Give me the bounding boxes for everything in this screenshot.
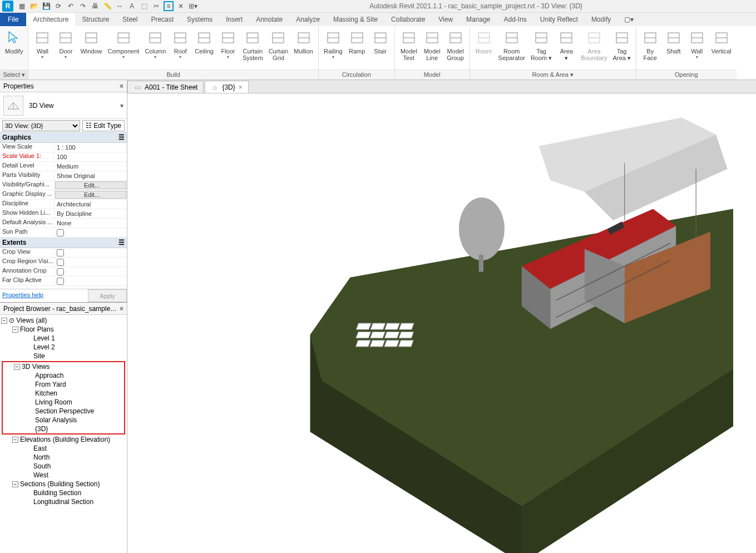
build-ceiling-button[interactable]: Ceiling <box>192 28 216 56</box>
tree-fp-level-1[interactable]: Level 1 <box>1 334 126 343</box>
tab-modify[interactable]: Modify <box>585 13 617 26</box>
qat-redo-icon[interactable]: ↷ <box>78 1 88 11</box>
prop-graphic-display-[interactable]: Graphic Display ...Edit... <box>0 190 127 200</box>
opening-by-face-button[interactable]: ByFace <box>639 28 662 62</box>
opening-wall-button[interactable]: Wall▾ <box>685 28 709 61</box>
section-extents[interactable]: Extents☰ <box>0 238 127 248</box>
circulation-ramp-button[interactable]: Ramp <box>345 28 369 56</box>
roomarea-area--button[interactable]: Area▾ <box>555 28 578 62</box>
modify-button[interactable]: Modify <box>2 28 26 56</box>
circulation-stair-button[interactable]: Stair <box>369 28 392 56</box>
checkbox[interactable] <box>57 229 64 236</box>
qat-dim-icon[interactable]: ↔ <box>115 1 125 11</box>
qat-measure-icon[interactable]: 📏 <box>102 1 112 11</box>
qat-sync-icon[interactable]: ⟳ <box>53 1 63 11</box>
tree-3d--3d-[interactable]: {3D} <box>3 424 124 433</box>
qat-section-icon[interactable]: ✂ <box>151 1 161 11</box>
model-model-group-button[interactable]: ModelGroup <box>444 28 467 62</box>
tree-3d-living-room[interactable]: Living Room <box>3 398 124 407</box>
tree-3d-solar-analysis[interactable]: Solar Analysis <box>3 416 124 424</box>
tab-manage[interactable]: Manage <box>459 13 497 26</box>
tree-views-all[interactable]: −⊙ Views (all) <box>1 316 126 325</box>
prop-visibility-graphi-[interactable]: Visibility/Graphi...Edit... <box>0 181 127 190</box>
prop-detail-level[interactable]: Detail LevelMedium <box>0 162 127 171</box>
tab-expand-icon[interactable]: ▢▾ <box>617 13 640 26</box>
prop-parts-visibility[interactable]: Parts VisibilityShow Original <box>0 171 127 181</box>
properties-help-link[interactable]: Properties help <box>0 289 88 302</box>
prop-show-hidden-li-[interactable]: Show Hidden Li...By Discipline <box>0 209 127 219</box>
tree-floor-plans[interactable]: −Floor Plans <box>1 325 126 334</box>
checkbox[interactable] <box>57 278 64 285</box>
view-tab-sheet[interactable]: ▭ A001 - Title Sheet <box>127 81 204 93</box>
roomarea-room-separator-button[interactable]: RoomSeparator <box>496 28 528 62</box>
tab-architecture[interactable]: Architecture <box>26 13 75 26</box>
select-group-label[interactable]: Select ▾ <box>0 70 28 80</box>
checkbox[interactable] <box>57 259 64 266</box>
build-floor-button[interactable]: Floor▾ <box>216 28 240 61</box>
apply-button[interactable]: Apply <box>88 289 127 302</box>
qat-undo-icon[interactable]: ↶ <box>66 1 76 11</box>
build-door-button[interactable]: Door▾ <box>54 28 77 61</box>
tab-close-icon[interactable]: × <box>239 83 243 91</box>
tree-3d-from-yard[interactable]: From Yard <box>3 380 124 389</box>
build-wall-button[interactable]: Wall▾ <box>31 28 54 61</box>
prop-crop-view[interactable]: Crop View <box>0 248 127 258</box>
qat-close-icon[interactable]: ✕ <box>176 1 186 11</box>
circulation-railing-button[interactable]: Railing▾ <box>321 28 345 61</box>
file-tab[interactable]: File <box>0 13 26 26</box>
model-model-text-button[interactable]: ModelText <box>397 28 421 62</box>
revit-app-icon[interactable]: R <box>2 1 13 12</box>
qat-print-icon[interactable]: 🖶 <box>90 1 100 11</box>
prop-scale-value-1-[interactable]: Scale Value 1:100 <box>0 152 127 162</box>
build-mullion-button[interactable]: Mullion <box>291 28 316 56</box>
tree-elev-south[interactable]: South <box>1 462 126 471</box>
tab-unity[interactable]: Unity Reflect <box>533 13 585 26</box>
tab-structure[interactable]: Structure <box>75 13 116 26</box>
build-roof-button[interactable]: Roof▾ <box>169 28 192 61</box>
view-tab-3d[interactable]: ⌂ {3D} × <box>205 81 248 93</box>
tree-elev-east[interactable]: East <box>1 444 126 453</box>
instance-select[interactable]: 3D View: {3D} <box>2 120 80 131</box>
checkbox[interactable] <box>57 249 64 256</box>
tree-3d-kitchen[interactable]: Kitchen <box>3 389 124 398</box>
qat-open-icon[interactable]: 📂 <box>29 1 39 11</box>
tab-collaborate[interactable]: Collaborate <box>384 13 432 26</box>
tree-elev-west[interactable]: West <box>1 471 126 480</box>
roomarea-tag-area--button[interactable]: TagArea ▾ <box>610 28 633 62</box>
prop-discipline[interactable]: DisciplineArchitectural <box>0 200 127 209</box>
prop-far-clip-active[interactable]: Far Clip Active <box>0 276 127 286</box>
tab-addins[interactable]: Add-Ins <box>497 13 533 26</box>
tab-analyze[interactable]: Analyze <box>289 13 327 26</box>
tab-steel[interactable]: Steel <box>116 13 144 26</box>
qat-thin-icon[interactable]: ≡ <box>164 1 174 11</box>
tab-systems[interactable]: Systems <box>180 13 219 26</box>
prop-crop-region-visi-[interactable]: Crop Region Visi... <box>0 258 127 267</box>
3d-canvas[interactable] <box>127 93 756 553</box>
tree-elevations[interactable]: −Elevations (Building Elevation) <box>1 435 126 444</box>
qat-home-icon[interactable]: ▦ <box>17 1 27 11</box>
type-selector[interactable]: 3D View ▾ <box>0 92 127 119</box>
build-curtain-grid-button[interactable]: CurtainGrid <box>266 28 291 62</box>
qat-save-icon[interactable]: 💾 <box>41 1 51 11</box>
edit-type-button[interactable]: ☷ Edit Type <box>82 120 125 131</box>
roomarea-tag-room--button[interactable]: TagRoom ▾ <box>528 28 555 62</box>
opening-shaft-button[interactable]: Shaft <box>662 28 685 56</box>
tree-3d-approach[interactable]: Approach <box>3 371 124 380</box>
properties-grid[interactable]: Graphics☰View Scale1 : 100Scale Value 1:… <box>0 132 127 289</box>
tab-insert[interactable]: Insert <box>219 13 249 26</box>
tree-elev-north[interactable]: North <box>1 453 126 462</box>
tree-sections[interactable]: −Sections (Building Section) <box>1 480 126 488</box>
qat-text-icon[interactable]: A <box>127 1 137 11</box>
opening-vertical-button[interactable]: Vertical <box>709 28 734 56</box>
qat-3d-icon[interactable]: ⬚ <box>139 1 149 11</box>
section-graphics[interactable]: Graphics☰ <box>0 132 127 143</box>
prop-sun-path[interactable]: Sun Path <box>0 228 127 238</box>
tree-sec-building-section[interactable]: Building Section <box>1 488 126 497</box>
build-curtain-system-button[interactable]: CurtainSystem <box>240 28 266 62</box>
tab-annotate[interactable]: Annotate <box>249 13 289 26</box>
tab-precast[interactable]: Precast <box>144 13 180 26</box>
prop-default-analysis-[interactable]: Default Analysis ...None <box>0 219 127 228</box>
tree-sec-longitudinal-section[interactable]: Longitudinal Section <box>1 497 126 506</box>
tree-fp-level-2[interactable]: Level 2 <box>1 343 126 352</box>
tree-3d-views[interactable]: −3D Views <box>3 362 124 371</box>
